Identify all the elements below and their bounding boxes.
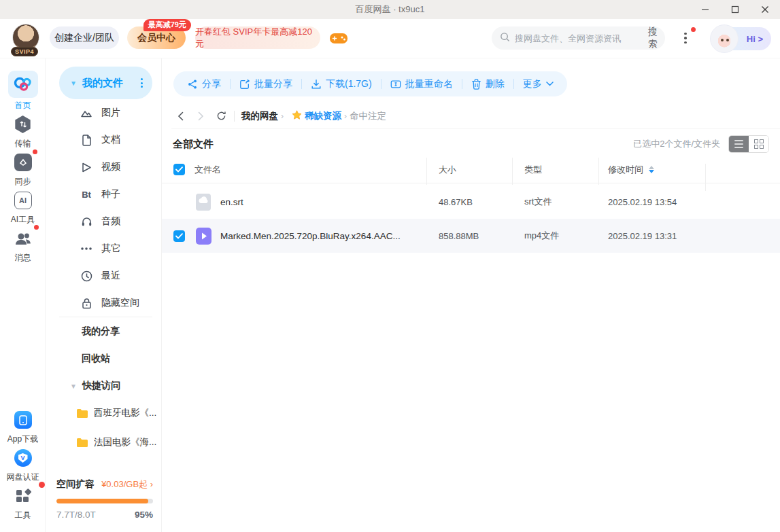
nav-my-files[interactable]: ▼ 我的文件 <box>59 67 152 99</box>
breadcrumb-bar: 我的网盘 › 稀缺资源 › 命中注定 <box>171 103 780 129</box>
column-header-type[interactable]: 类型 <box>524 164 542 175</box>
nav-item-my-shares[interactable]: 我的分享 <box>46 318 162 345</box>
close-button[interactable] <box>750 0 780 19</box>
user-avatar[interactable]: SVIP4 <box>12 24 41 55</box>
video-file-icon <box>194 226 212 245</box>
storage-progress-fill <box>56 499 148 503</box>
member-center-button[interactable]: 会员中心 最高减79元 <box>127 26 186 49</box>
quick-folder-item[interactable]: 法国电影《海... <box>46 429 162 456</box>
rail-item-sync[interactable]: 同步 <box>0 151 46 188</box>
breadcrumb-root[interactable]: 我的网盘 <box>241 110 278 122</box>
breadcrumb-current: 命中注定 <box>350 110 386 122</box>
back-button[interactable] <box>171 107 189 125</box>
pictures-icon <box>80 107 93 118</box>
search-box: 搜索 <box>492 26 665 50</box>
nav-item-documents[interactable]: 文档 <box>46 126 162 154</box>
rail-item-messages[interactable]: 消息 <box>0 227 46 264</box>
documents-icon <box>80 135 93 146</box>
game-center-icon[interactable] <box>329 30 348 46</box>
more-menu-icon[interactable] <box>677 29 694 48</box>
column-header-name[interactable]: 文件名 <box>194 164 221 176</box>
file-name[interactable]: en.srt <box>220 197 243 207</box>
nav-item-others[interactable]: 其它 <box>46 235 162 262</box>
tools-badge-dot <box>39 482 45 488</box>
notification-dot <box>691 27 696 32</box>
member-discount-badge: 最高减79元 <box>143 19 191 31</box>
sort-toggle-icon[interactable] <box>649 166 654 173</box>
rail-item-home[interactable]: 首页 <box>0 71 46 111</box>
storage-price-link[interactable]: ¥0.03/GB起 › <box>101 478 153 491</box>
tools-icon <box>10 484 37 508</box>
minimize-button[interactable] <box>690 0 720 19</box>
my-files-menu-icon[interactable] <box>141 78 143 88</box>
column-header-size[interactable]: 大小 <box>439 164 456 175</box>
chevron-down-icon <box>546 82 554 86</box>
delete-button[interactable]: 删除 <box>471 78 505 90</box>
nav-item-audio[interactable]: 音频 <box>46 208 162 235</box>
messages-badge-dot <box>34 225 39 230</box>
action-toolbar: 分享 批量分享 下载(1.7G) 批量重命名 删除 更多 <box>173 71 567 96</box>
sync-badge-dot <box>33 149 37 154</box>
svip-badge: SVIP4 <box>11 47 38 56</box>
download-icon <box>311 79 322 90</box>
search-input[interactable] <box>515 33 634 43</box>
rail-item-app-download[interactable]: App下载 <box>0 408 46 445</box>
nav-item-videos[interactable]: 视频 <box>46 154 162 181</box>
batch-rename-button[interactable]: 批量重命名 <box>390 78 453 90</box>
nav-item-pictures[interactable]: 图片 <box>46 99 162 126</box>
sync-icon <box>10 151 37 174</box>
file-time: 2025.02.19 13:54 <box>598 197 705 207</box>
nav-quick-access[interactable]: ▼ 快捷访问 <box>46 372 162 400</box>
forward-button[interactable] <box>192 107 209 125</box>
nav-item-torrents[interactable]: Bt 种子 <box>46 181 162 208</box>
search-button[interactable]: 搜索 <box>648 26 658 50</box>
promo-banner[interactable]: 开春红包 SVIP年卡最高减120元 <box>195 26 320 49</box>
rail-item-tools[interactable]: 工具 <box>0 484 46 521</box>
select-all-checkbox[interactable] <box>173 164 185 175</box>
more-button[interactable]: 更多 <box>523 78 554 90</box>
caret-down-icon: ▼ <box>70 383 77 390</box>
storage-percent: 95% <box>135 510 153 520</box>
nav-item-recycle-bin[interactable]: 回收站 <box>46 345 162 372</box>
member-center-label: 会员中心 <box>137 32 175 44</box>
file-row[interactable]: Marked.Men.2025.720p.BluRay.x264.AAC... … <box>162 219 780 253</box>
breadcrumb-folder[interactable]: 稀缺资源 <box>305 110 341 122</box>
nav-divider <box>59 317 152 317</box>
messages-icon <box>10 227 37 250</box>
file-row[interactable]: en.srt 48.67KB srt文件 2025.02.19 13:54 <box>162 185 780 219</box>
ai-tools-icon: AI <box>10 189 37 212</box>
file-name[interactable]: Marked.Men.2025.720p.BluRay.x264.AAC... <box>220 231 401 241</box>
row-checkbox[interactable] <box>173 230 185 242</box>
main-content: 分享 批量分享 下载(1.7G) 批量重命名 删除 更多 <box>162 58 780 532</box>
assistant-label: Hi > <box>747 34 763 44</box>
rail-item-transfer[interactable]: 传输 <box>0 113 46 149</box>
rail-item-ai-tools[interactable]: AI AI工具 <box>0 189 46 226</box>
list-header: 全部文件 已选中2个文件/文件夹 <box>173 132 769 156</box>
refresh-button[interactable] <box>212 107 230 125</box>
quick-folder-item[interactable]: 西班牙电影《... <box>46 400 162 427</box>
app-header: SVIP4 创建企业/团队 会员中心 最高减79元 开春红包 SVIP年卡最高减… <box>0 19 780 58</box>
search-icon <box>500 32 510 45</box>
grid-view-button[interactable] <box>749 136 768 152</box>
share-button[interactable]: 分享 <box>187 78 221 90</box>
nav-item-hidden-space[interactable]: 隐藏空间 <box>46 289 162 317</box>
rail-item-verify[interactable]: V 网盘认证 <box>0 446 46 483</box>
batch-share-button[interactable]: 批量分享 <box>239 78 292 90</box>
assistant-entry[interactable]: Hi > <box>711 27 771 50</box>
column-header-time[interactable]: 修改时间 <box>608 164 643 176</box>
file-time: 2025.02.19 13:31 <box>598 231 705 241</box>
nav-item-recent[interactable]: 最近 <box>46 262 162 289</box>
batch-share-icon <box>239 79 250 90</box>
share-icon <box>187 79 198 90</box>
create-team-button[interactable]: 创建企业/团队 <box>50 26 119 49</box>
maximize-button[interactable] <box>720 0 750 19</box>
list-view-button[interactable] <box>729 136 749 152</box>
grid-view-icon <box>754 139 764 149</box>
view-toggle <box>728 135 769 153</box>
download-button[interactable]: 下载(1.7G) <box>311 78 372 90</box>
file-size: 48.67KB <box>426 197 512 207</box>
nav-sidebar: ▼ 我的文件 图片 文档 视频 Bt 种子 音频 其它 最近 隐藏空间 我的分享… <box>46 58 162 532</box>
transfer-icon <box>10 113 37 136</box>
bt-icon: Bt <box>80 190 93 200</box>
verify-icon: V <box>10 446 37 469</box>
